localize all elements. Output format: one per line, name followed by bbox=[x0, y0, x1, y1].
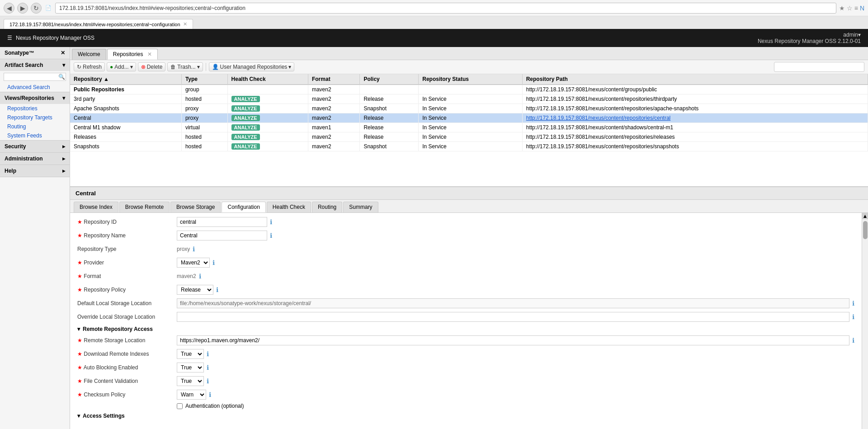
tab-close-button[interactable]: ✕ bbox=[183, 21, 187, 27]
sidebar-advanced-search[interactable]: Advanced Search bbox=[0, 83, 70, 92]
sidebar-section-header-artifact-search[interactable]: Artifact Search ▾ bbox=[0, 59, 70, 71]
sidebar-item-repositories[interactable]: Repositories bbox=[0, 104, 70, 113]
table-row[interactable]: 3rd partyhostedANALYZEmaven2ReleaseIn Se… bbox=[70, 94, 868, 104]
auto-blocking-help-icon[interactable]: ℹ bbox=[207, 364, 209, 371]
analyze-button[interactable]: ANALYZE bbox=[231, 143, 260, 150]
col-format[interactable]: Format bbox=[308, 74, 359, 85]
sidebar-brand: Sonatype™ ✕ bbox=[0, 47, 70, 59]
add-button[interactable]: ● Add... ▾ bbox=[107, 62, 136, 71]
repo-name-help-icon[interactable]: ℹ bbox=[270, 232, 272, 239]
tab-welcome[interactable]: Welcome bbox=[72, 49, 106, 60]
tab-routing[interactable]: Routing bbox=[312, 202, 342, 212]
tab-repositories-close[interactable]: ✕ bbox=[147, 51, 152, 57]
col-type[interactable]: Type bbox=[181, 74, 227, 85]
policy-help-icon[interactable]: ℹ bbox=[216, 286, 218, 293]
refresh-button[interactable]: ↻ Refresh bbox=[74, 62, 105, 71]
col-repository[interactable]: Repository ▲ bbox=[70, 74, 181, 85]
sidebar-section-header-administration[interactable]: Administration ▸ bbox=[0, 153, 70, 165]
forward-button[interactable]: ▶ bbox=[17, 3, 28, 14]
sidebar-section-header-help[interactable]: Help ▸ bbox=[0, 165, 70, 177]
download-indexes-select[interactable]: True False bbox=[177, 349, 204, 359]
col-status[interactable]: Repository Status bbox=[419, 74, 522, 85]
artifact-search-input[interactable] bbox=[4, 73, 66, 81]
cell-type: hosted bbox=[181, 132, 227, 142]
download-indexes-help-icon[interactable]: ℹ bbox=[207, 350, 209, 358]
provider-select[interactable]: Maven2 bbox=[177, 258, 210, 268]
override-storage-input[interactable] bbox=[177, 312, 849, 322]
sidebar-item-repository-targets[interactable]: Repository Targets bbox=[0, 113, 70, 122]
file-validation-help-icon[interactable]: ℹ bbox=[207, 377, 209, 385]
table-row[interactable]: Apache SnapshotsproxyANALYZEmaven2Snapsh… bbox=[70, 104, 868, 113]
scrollbar-thumb[interactable] bbox=[863, 221, 868, 239]
cell-format: maven2 bbox=[308, 113, 359, 123]
tab-browse-index[interactable]: Browse Index bbox=[74, 202, 118, 212]
table-row[interactable]: CentralproxyANALYZEmaven2ReleaseIn Servi… bbox=[70, 113, 868, 123]
col-path[interactable]: Repository Path bbox=[522, 74, 868, 85]
authentication-checkbox[interactable] bbox=[177, 403, 183, 409]
form-row-repo-type: Repository Type proxy ℹ bbox=[77, 244, 854, 255]
tab-health-check[interactable]: Health Check bbox=[267, 202, 311, 212]
tab-browse-remote[interactable]: Browse Remote bbox=[119, 202, 170, 212]
remote-storage-help-icon[interactable]: ℹ bbox=[852, 337, 854, 344]
delete-button[interactable]: ⊗ Delete bbox=[138, 62, 166, 71]
auto-blocking-select[interactable]: True False bbox=[177, 363, 204, 372]
access-settings-section-header[interactable]: ▾ Access Settings bbox=[77, 413, 854, 419]
cell-repo-name: Apache Snapshots bbox=[70, 104, 181, 113]
scrollbar-up-button[interactable]: ▲ bbox=[862, 213, 868, 219]
provider-help-icon[interactable]: ℹ bbox=[212, 259, 215, 266]
table-row[interactable]: Public Repositoriesgroupmaven2http://172… bbox=[70, 85, 868, 94]
default-storage-help-icon[interactable]: ℹ bbox=[852, 300, 854, 307]
analyze-button[interactable]: ANALYZE bbox=[231, 96, 260, 102]
repo-name-input[interactable] bbox=[177, 231, 267, 240]
table-row[interactable]: SnapshotshostedANALYZEmaven2SnapshotIn S… bbox=[70, 142, 868, 151]
analyze-button[interactable]: ANALYZE bbox=[231, 124, 260, 131]
cell-policy: Release bbox=[360, 94, 419, 104]
address-bar[interactable] bbox=[55, 3, 836, 14]
remote-access-section-header[interactable]: ▾ Remote Repository Access bbox=[77, 326, 854, 332]
sidebar-section-header-views[interactable]: Views/Repositories ▾ bbox=[0, 92, 70, 104]
browser-tab[interactable]: 172.18.19.157:8081/nexus/index.html#view… bbox=[4, 19, 193, 29]
file-validation-select[interactable]: True False bbox=[177, 376, 204, 386]
table-row[interactable]: Central M1 shadowvirtualANALYZEmaven1Rel… bbox=[70, 123, 868, 132]
tab-configuration[interactable]: Configuration bbox=[222, 202, 265, 212]
tab-repositories[interactable]: Repositories ✕ bbox=[107, 49, 158, 60]
back-button[interactable]: ◀ bbox=[4, 3, 14, 14]
trash-button[interactable]: 🗑 Trash... ▾ bbox=[167, 62, 203, 71]
table-row[interactable]: ReleaseshostedANALYZEmaven2ReleaseIn Ser… bbox=[70, 132, 868, 142]
checksum-help-icon[interactable]: ℹ bbox=[209, 391, 211, 398]
checksum-select[interactable]: Warn Strict Ignore bbox=[177, 390, 206, 400]
user-managed-button[interactable]: 👤 User Managed Repositories ▾ bbox=[209, 62, 295, 71]
sidebar-item-system-feeds[interactable]: System Feeds bbox=[0, 131, 70, 140]
hamburger-icon[interactable]: ☰ bbox=[7, 35, 12, 41]
policy-required: ★ bbox=[77, 287, 82, 293]
tab-browse-storage[interactable]: Browse Storage bbox=[170, 202, 221, 212]
reload-button[interactable]: ↻ bbox=[31, 3, 42, 14]
repo-id-input[interactable] bbox=[177, 217, 267, 227]
sidebar-item-routing[interactable]: Routing bbox=[0, 122, 70, 131]
cell-policy: Snapshot bbox=[360, 142, 419, 151]
format-help-icon[interactable]: ℹ bbox=[199, 273, 201, 280]
form-row-checksum: ★ Checksum Policy Warn Strict Ignore ℹ bbox=[77, 389, 854, 400]
tab-summary[interactable]: Summary bbox=[343, 202, 378, 212]
col-policy[interactable]: Policy bbox=[360, 74, 419, 85]
cell-type: group bbox=[181, 85, 227, 94]
override-storage-help-icon[interactable]: ℹ bbox=[852, 313, 854, 321]
sidebar-section-header-security[interactable]: Security ▸ bbox=[0, 141, 70, 152]
policy-select[interactable]: Release Snapshot Mixed bbox=[177, 285, 213, 295]
cell-format: maven2 bbox=[308, 85, 359, 94]
toolbar-search-input[interactable] bbox=[774, 62, 864, 72]
repo-id-help-icon[interactable]: ℹ bbox=[270, 218, 272, 226]
default-storage-input[interactable] bbox=[177, 298, 849, 308]
admin-name[interactable]: admin▾ bbox=[758, 32, 861, 38]
repo-type-help-icon[interactable]: ℹ bbox=[193, 245, 195, 253]
col-health-check[interactable]: Health Check bbox=[227, 74, 308, 85]
config-scrollbar[interactable]: ▲ ▼ bbox=[862, 213, 868, 429]
cell-path: http://172.18.19.157:8081/nexus/content/… bbox=[522, 113, 868, 123]
analyze-button[interactable]: ANALYZE bbox=[231, 105, 260, 112]
analyze-button[interactable]: ANALYZE bbox=[231, 134, 260, 140]
cell-policy: Release bbox=[360, 123, 419, 132]
artifact-search-go-icon[interactable]: 🔍 bbox=[58, 74, 65, 80]
remote-storage-input[interactable] bbox=[177, 335, 849, 345]
analyze-button[interactable]: ANALYZE bbox=[231, 115, 260, 121]
sidebar-collapse-icon[interactable]: ✕ bbox=[61, 50, 65, 56]
